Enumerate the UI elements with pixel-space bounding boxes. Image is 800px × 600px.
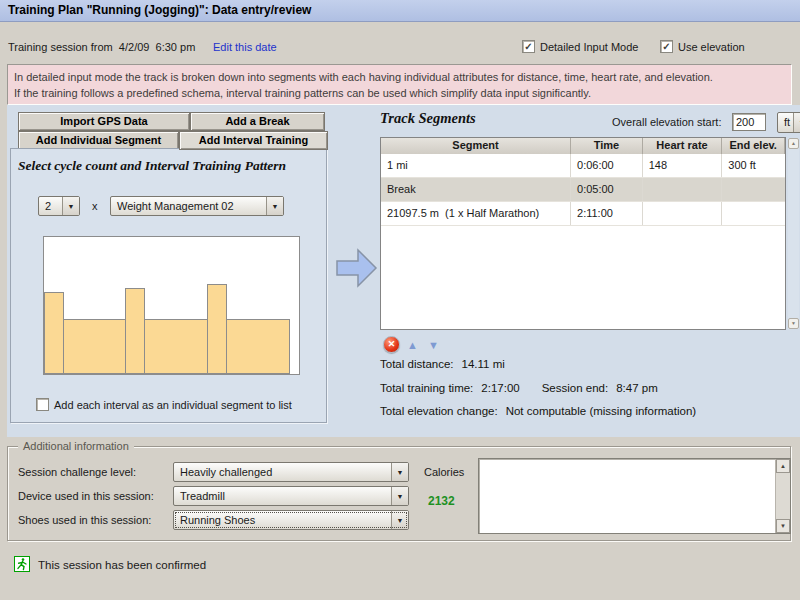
move-up-icon[interactable]: ▲ [407, 340, 418, 351]
pattern-bar [207, 284, 227, 374]
column-header-segment[interactable]: Segment [381, 138, 571, 154]
shoes-used-value: Running Shoes [174, 511, 391, 529]
session-confirmed-label: This session has been confirmed [38, 559, 206, 571]
table-row[interactable]: 21097.5 m (1 x Half Marathon) 2:11:00 [381, 202, 785, 226]
cycle-count-value: 2 [39, 197, 62, 215]
cell-heart-rate: 148 [643, 154, 723, 177]
track-segments-heading: Track Segments [380, 110, 476, 127]
chevron-down-icon[interactable]: ▼ [391, 487, 408, 505]
cell-segment: Break [381, 178, 571, 201]
total-elevation-value: Not computable (missing information) [506, 405, 696, 417]
check-icon: ✓ [660, 40, 673, 53]
chevron-down-icon[interactable]: ▼ [793, 113, 800, 132]
cell-segment: 21097.5 m (1 x Half Marathon) [381, 202, 571, 225]
scroll-down-icon[interactable]: ▼ [788, 318, 799, 329]
challenge-level-label: Session challenge level: [18, 466, 136, 478]
column-header-time[interactable]: Time [571, 138, 643, 154]
notes-scrollbar[interactable]: ▲ ▼ [775, 459, 790, 533]
cell-end-elev: 300 ft [722, 154, 785, 177]
scroll-down-icon[interactable]: ▼ [776, 519, 790, 533]
elevation-unit-combobox[interactable]: ft ▼ [777, 112, 800, 133]
cell-segment: 1 mi [381, 154, 571, 177]
track-segments-table: Segment Time Heart rate End elev. 1 mi 0… [380, 137, 786, 330]
detailed-input-label: Detailed Input Mode [540, 41, 638, 53]
cell-time: 0:06:00 [571, 154, 643, 177]
pattern-bar [125, 288, 145, 374]
challenge-level-value: Heavily challenged [174, 463, 391, 481]
cell-time: 0:05:00 [571, 178, 643, 201]
chevron-down-icon[interactable]: ▼ [391, 511, 408, 529]
chevron-down-icon[interactable]: ▼ [391, 463, 408, 481]
additional-information-legend: Additional information [18, 440, 134, 452]
scroll-up-icon[interactable]: ▲ [776, 459, 790, 473]
pattern-bar [144, 319, 208, 374]
table-scrollbar[interactable]: ▲ ▼ [788, 138, 799, 329]
notes-text[interactable] [479, 459, 775, 533]
add-each-interval-checkbox[interactable]: Add each interval as an individual segme… [36, 398, 292, 411]
move-down-icon[interactable]: ▼ [428, 340, 439, 351]
pattern-chart [43, 236, 300, 375]
cell-heart-rate [643, 178, 723, 201]
tab-add-interval-training[interactable]: Add Interval Training [179, 131, 328, 150]
pattern-combobox[interactable]: Weight Management 02 ▼ [110, 196, 284, 216]
table-row[interactable]: 1 mi 0:06:00 148 300 ft [381, 154, 785, 178]
elevation-start-label: Overall elevation start: [612, 116, 721, 128]
detailed-input-checkbox[interactable]: ✓ Detailed Input Mode [522, 40, 638, 53]
interval-panel-heading: Select cycle count and Interval Training… [18, 158, 286, 174]
runner-icon [14, 556, 30, 572]
session-end-label: Session end: [542, 382, 609, 394]
chevron-down-icon[interactable]: ▼ [266, 197, 283, 215]
info-line-2: If the training follows a predefined sch… [14, 85, 785, 101]
tab-add-a-break[interactable]: Add a Break [190, 112, 325, 131]
total-elevation-label: Total elevation change: [380, 405, 498, 417]
window-title: Training Plan "Running (Jogging)": Data … [8, 3, 311, 17]
training-plan-window: Training Plan "Running (Jogging)": Data … [0, 0, 800, 600]
title-bar: Training Plan "Running (Jogging)": Data … [0, 0, 800, 22]
elevation-start-input[interactable] [732, 113, 766, 131]
edit-date-link[interactable]: Edit this date [213, 41, 277, 53]
session-end-value: 8:47 pm [616, 382, 658, 394]
scroll-up-icon[interactable]: ▲ [788, 138, 799, 149]
pattern-bar [63, 319, 126, 374]
challenge-level-combobox[interactable]: Heavily challenged ▼ [173, 462, 409, 482]
shoes-used-combobox[interactable]: Running Shoes ▼ [173, 510, 409, 530]
delete-segment-button[interactable]: ✕ [383, 336, 400, 353]
notes-textarea[interactable]: ▲ ▼ [478, 458, 791, 534]
tab-import-gps-data[interactable]: Import GPS Data [18, 112, 190, 131]
multiply-label: x [92, 200, 98, 212]
info-line-1: In detailed input mode the track is brok… [14, 69, 785, 85]
use-elevation-label: Use elevation [678, 41, 745, 53]
total-time-line: Total training time:2:17:00Session end:8… [380, 382, 658, 394]
cell-time: 2:11:00 [571, 202, 643, 225]
device-used-value: Treadmill [174, 487, 391, 505]
total-distance-line: Total distance:14.11 mi [380, 358, 505, 370]
cycle-count-combobox[interactable]: 2 ▼ [38, 196, 80, 216]
column-header-heart-rate[interactable]: Heart rate [643, 138, 723, 154]
elevation-unit-value: ft [778, 113, 793, 132]
calories-value: 2132 [428, 494, 455, 508]
table-row[interactable]: Break 0:05:00 [381, 178, 785, 202]
cell-end-elev [722, 178, 785, 201]
add-each-interval-label: Add each interval as an individual segme… [54, 399, 292, 411]
checkbox-empty-icon [36, 398, 49, 411]
device-used-combobox[interactable]: Treadmill ▼ [173, 486, 409, 506]
session-date-label: Training session from 4/2/09 6:30 pm [8, 41, 195, 53]
table-header-row: Segment Time Heart rate End elev. [381, 138, 785, 154]
pattern-bar [226, 319, 290, 374]
transfer-arrow-icon [336, 246, 378, 292]
cell-end-elev [722, 202, 785, 225]
calories-label: Calories [424, 466, 464, 478]
total-elevation-line: Total elevation change:Not computable (m… [380, 405, 696, 417]
chevron-down-icon[interactable]: ▼ [62, 197, 79, 215]
total-time-value: 2:17:00 [481, 382, 519, 394]
column-header-end-elev[interactable]: End elev. [722, 138, 785, 154]
total-distance-value: 14.11 mi [462, 358, 505, 370]
shoes-used-label: Shoes used in this session: [18, 514, 151, 526]
pattern-bar [44, 292, 64, 374]
info-box: In detailed input mode the track is brok… [7, 64, 792, 105]
use-elevation-checkbox[interactable]: ✓ Use elevation [660, 40, 745, 53]
total-time-label: Total training time: [380, 382, 473, 394]
total-distance-label: Total distance: [380, 358, 454, 370]
device-used-label: Device used in this session: [18, 490, 154, 502]
check-icon: ✓ [522, 40, 535, 53]
